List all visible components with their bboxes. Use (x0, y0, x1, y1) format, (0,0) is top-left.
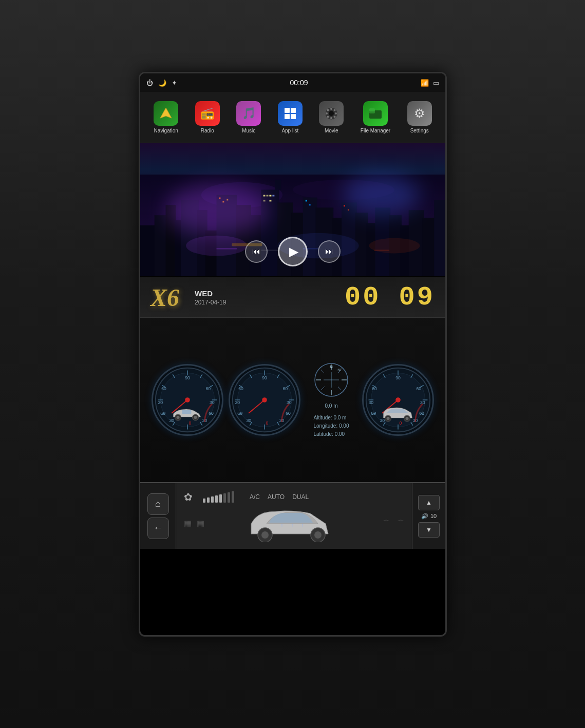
distance-value: 0.0 m (325, 403, 337, 409)
altitude-value: 0.0 m (333, 415, 346, 420)
prev-button[interactable]: ⏮ (245, 240, 268, 263)
svg-rect-61 (306, 200, 307, 202)
app-radio[interactable]: 📻 Radio (195, 101, 220, 133)
svg-point-173 (314, 531, 322, 539)
svg-point-12 (334, 116, 336, 118)
dual-label[interactable]: DUAL (292, 493, 309, 501)
svg-text:60: 60 (286, 411, 291, 416)
date-info: WED 2017-04-19 (190, 289, 345, 306)
rpm-gauge: 90 60 30 60 30 0 30 30 60 60 (362, 364, 434, 436)
left-gauge-car (171, 407, 204, 423)
svg-text:90: 90 (395, 375, 401, 380)
svg-text:60: 60 (162, 386, 167, 391)
svg-rect-17 (369, 108, 375, 111)
right-gauge-cluster: 90 60 30 60 30 0 30 30 60 60 (362, 364, 434, 436)
svg-text:30: 30 (368, 400, 373, 405)
seat-heat-left-icon[interactable]: ▦ (184, 519, 192, 528)
media-controls: ⏮ ▶ ⏭ (245, 237, 341, 266)
svg-rect-63 (344, 205, 345, 206)
svg-point-57 (369, 238, 420, 254)
svg-point-97 (177, 416, 180, 419)
volume-display: 🔊 10 (421, 513, 437, 520)
media-player-area: ⏮ ▶ ⏭ (140, 143, 445, 277)
fan-bar-6 (223, 493, 226, 503)
vent-mode-icon-1[interactable]: ⌒ (383, 519, 390, 528)
svg-text:30: 30 (247, 418, 252, 423)
next-icon: ⏭ (325, 247, 333, 256)
seat-heat-right-icon[interactable]: ▦ (197, 519, 204, 528)
ac-label[interactable]: A/C (250, 493, 260, 501)
dashboard-background: ⏻ 🌙 ✦ 00:09 📶 ▭ Navigation (0, 0, 585, 728)
svg-text:60: 60 (372, 386, 377, 391)
volume-up-button[interactable]: ▲ (418, 495, 440, 510)
app-movie[interactable]: Movie (319, 101, 344, 133)
brightness-icon[interactable]: ✦ (172, 79, 177, 87)
volume-down-button[interactable]: ▼ (418, 522, 440, 538)
svg-point-13 (334, 109, 336, 111)
nav-buttons: ⌂ ← (140, 483, 176, 549)
back-button[interactable]: ← (147, 518, 169, 539)
movie-icon-bg (319, 101, 344, 126)
svg-line-134 (321, 387, 325, 390)
svg-text:N: N (330, 365, 333, 369)
svg-point-169 (405, 417, 408, 420)
longitude-value: 0.00 (339, 423, 349, 429)
music-icon-glyph: 🎵 (242, 107, 256, 120)
app-navigation[interactable]: Navigation (154, 101, 178, 133)
svg-point-6 (329, 111, 334, 116)
gps-distance: 0.0 m (325, 403, 337, 409)
day-label: WED (195, 289, 345, 298)
brand-logo: X6 (150, 283, 179, 312)
svg-rect-35 (263, 195, 266, 197)
svg-rect-64 (348, 209, 349, 210)
svg-rect-22 (140, 225, 156, 276)
auto-label[interactable]: AUTO (268, 493, 285, 501)
next-button[interactable]: ⏭ (318, 240, 341, 263)
settings-label: Settings (410, 128, 429, 133)
navigation-icon (154, 101, 178, 126)
svg-rect-34 (275, 180, 281, 190)
status-left-icons: ⏻ 🌙 ✦ (146, 79, 177, 87)
app-filemanager[interactable]: File Manager (361, 101, 390, 133)
svg-rect-100 (182, 410, 192, 414)
fan-bar-4 (215, 495, 218, 503)
svg-point-11 (327, 109, 329, 111)
status-right-icons: 📶 ▭ (421, 79, 439, 87)
fan-bars (203, 491, 234, 503)
filemanager-label: File Manager (361, 128, 390, 133)
svg-text:↑: ↑ (291, 523, 294, 528)
svg-point-14 (327, 116, 329, 118)
app-applist[interactable]: App list (278, 101, 303, 133)
right-speed-gauge: 90 60 30 60 30 0 30 30 60 60 (229, 364, 300, 436)
volume-up-icon: ▲ (426, 499, 432, 506)
glow-effect-1 (166, 184, 269, 236)
radio-icon-bg: 📻 (195, 101, 220, 126)
fan-icon: ✿ (184, 491, 193, 503)
app-music[interactable]: 🎵 Music (236, 101, 261, 133)
svg-rect-38 (272, 195, 274, 197)
play-button[interactable]: ▶ (278, 237, 308, 266)
status-time: 00:09 (290, 79, 308, 87)
svg-rect-36 (267, 195, 269, 197)
svg-text:90: 90 (185, 375, 191, 380)
svg-text:0: 0 (266, 420, 269, 426)
svg-rect-68 (374, 250, 389, 251)
svg-text:60: 60 (206, 386, 211, 391)
music-label: Music (242, 128, 255, 133)
vent-mode-icon-2[interactable]: ⌒ (397, 519, 404, 528)
latitude-label: Latitude: (314, 431, 333, 437)
svg-text:90: 90 (262, 375, 268, 380)
home-button[interactable]: ⌂ (147, 493, 169, 515)
svg-point-126 (262, 397, 268, 403)
power-icon[interactable]: ⏻ (146, 79, 153, 87)
prev-icon: ⏮ (252, 247, 260, 256)
svg-line-135 (338, 387, 342, 390)
svg-text:60: 60 (416, 386, 421, 391)
svg-text:60: 60 (283, 386, 288, 391)
svg-point-8 (330, 117, 332, 119)
svg-text:30: 30 (235, 400, 240, 405)
volume-speaker-icon: 🔊 (421, 513, 428, 520)
moon-icon[interactable]: 🌙 (158, 79, 166, 87)
app-settings[interactable]: ⚙ Settings (407, 101, 432, 133)
svg-text:60: 60 (239, 386, 244, 391)
